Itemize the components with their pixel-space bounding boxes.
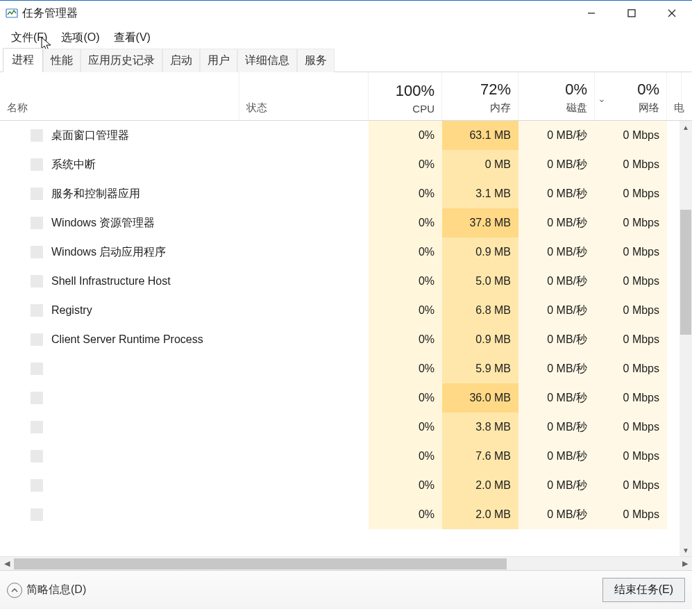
cell-disk: 0 MB/秒 [518,150,595,179]
cpu-value: 0% [419,508,434,521]
tab-processes[interactable]: 进程 [3,48,43,72]
disk-value: 0 MB/秒 [547,216,587,231]
chevron-down-icon: ⌄ [598,93,606,104]
fewer-details-button[interactable]: 简略信息(D) [7,583,86,598]
table-row[interactable]: Registry0%6.8 MB0 MB/秒0 Mbps [0,296,692,325]
cell-name: Windows 资源管理器 [0,208,239,238]
horizontal-scroll-thumb[interactable] [14,558,507,569]
column-header-cpu[interactable]: 100% CPU [369,72,442,120]
cell-name [0,500,239,529]
column-header-extra[interactable]: 电 [667,72,682,120]
table-row[interactable]: Windows 资源管理器0%37.8 MB0 MB/秒0 Mbps [0,208,692,238]
cpu-value: 0% [419,246,434,258]
network-value: 0 Mbps [623,363,659,375]
table-row[interactable]: Shell Infrastructure Host0%5.0 MB0 MB/秒0… [0,267,692,296]
tab-app-history[interactable]: 应用历史记录 [81,49,162,72]
table-row[interactable]: 0%7.6 MB0 MB/秒0 Mbps [0,442,692,471]
scroll-down-icon[interactable]: ▼ [680,544,692,556]
maximize-button[interactable] [611,1,652,26]
titlebar[interactable]: 任务管理器 [0,0,692,26]
network-value: 0 Mbps [623,508,659,521]
end-task-button[interactable]: 结束任务(E) [602,578,685,602]
cell-name [0,413,239,442]
cell-memory: 7.6 MB [442,442,518,471]
tab-services[interactable]: 服务 [297,49,335,72]
tab-details[interactable]: 详细信息 [237,49,297,72]
cell-disk: 0 MB/秒 [518,208,595,238]
scroll-up-icon[interactable]: ▲ [680,121,692,133]
cell-memory: 6.8 MB [442,296,518,325]
disk-value: 0 MB/秒 [547,362,587,376]
process-name: Windows 资源管理器 [51,216,155,231]
column-header-disk[interactable]: 0% 磁盘 [518,72,595,120]
network-value: 0 Mbps [623,450,659,463]
cell-status [239,121,369,150]
network-value: 0 Mbps [623,421,659,433]
vertical-scroll-thumb[interactable] [680,210,691,335]
cpu-value: 0% [419,363,434,375]
cell-memory: 0 MB [442,150,518,179]
menu-file[interactable]: 文件(F) [4,28,54,48]
menu-options[interactable]: 选项(O) [54,28,106,48]
table-row[interactable]: 0%5.9 MB0 MB/秒0 Mbps [0,354,692,383]
cell-disk: 0 MB/秒 [518,413,595,442]
cell-memory: 2.0 MB [442,500,518,529]
tab-startup[interactable]: 启动 [162,49,200,72]
cell-network: 0 Mbps [595,325,667,354]
column-label-status: 状态 [246,101,361,115]
table-row[interactable]: 系统中断0%0 MB0 MB/秒0 Mbps [0,150,692,179]
table-row[interactable]: 桌面窗口管理器0%63.1 MB0 MB/秒0 Mbps [0,121,692,150]
table-row[interactable]: 0%2.0 MB0 MB/秒0 Mbps [0,500,692,529]
cell-network: 0 Mbps [595,296,667,325]
table-row[interactable]: Windows 启动应用程序0%0.9 MB0 MB/秒0 Mbps [0,238,692,267]
horizontal-scroll-track[interactable] [14,557,678,570]
vertical-scrollbar[interactable]: ▲ ▼ [680,121,692,556]
column-header-network[interactable]: ⌄ 0% 网络 [595,72,667,120]
cell-status [239,179,369,208]
svg-rect-2 [628,10,635,17]
cell-cpu: 0% [369,208,442,238]
disk-value: 0 MB/秒 [547,128,587,143]
column-header-status[interactable]: 状态 [239,72,369,120]
column-label-disk: 磁盘 [525,101,587,115]
tab-users[interactable]: 用户 [200,49,237,72]
cell-status [239,442,369,471]
column-header-memory[interactable]: 72% 内存 [442,72,518,120]
memory-value: 2.0 MB [475,479,511,492]
disk-value: 0 MB/秒 [547,158,587,172]
cpu-value: 0% [419,333,434,346]
cell-disk: 0 MB/秒 [518,238,595,267]
close-button[interactable] [652,1,692,26]
cell-disk: 0 MB/秒 [518,325,595,354]
scroll-right-icon[interactable]: ▶ [678,557,692,570]
menu-view[interactable]: 查看(V) [107,28,158,48]
tab-performance[interactable]: 性能 [43,49,81,72]
app-icon [6,7,18,19]
process-name: 服务和控制器应用 [51,187,140,201]
disk-value: 0 MB/秒 [547,449,587,464]
cpu-value: 0% [419,421,434,433]
table-row[interactable]: Client Server Runtime Process0%0.9 MB0 M… [0,325,692,354]
cell-name [0,442,239,471]
cell-network: 0 Mbps [595,150,667,179]
cell-network: 0 Mbps [595,208,667,238]
cell-status [239,150,369,179]
cell-disk: 0 MB/秒 [518,267,595,296]
cell-network: 0 Mbps [595,383,667,413]
table-row[interactable]: 服务和控制器应用0%3.1 MB0 MB/秒0 Mbps [0,179,692,208]
column-label-network: 网络 [602,101,659,115]
cpu-value: 0% [419,304,434,317]
scroll-left-icon[interactable]: ◀ [0,557,14,570]
table-row[interactable]: 0%2.0 MB0 MB/秒0 Mbps [0,471,692,500]
disk-value: 0 MB/秒 [547,303,587,318]
table-row[interactable]: 0%36.0 MB0 MB/秒0 Mbps [0,383,692,413]
horizontal-scrollbar[interactable]: ◀ ▶ [0,556,692,570]
window-controls [571,1,692,26]
cell-name [0,471,239,500]
column-header-name[interactable]: 名称 [0,72,239,120]
cpu-value: 0% [419,275,434,288]
process-icon [31,304,43,317]
cpu-usage-pct: 100% [375,82,434,100]
minimize-button[interactable] [571,1,611,26]
table-row[interactable]: 0%3.8 MB0 MB/秒0 Mbps [0,413,692,442]
